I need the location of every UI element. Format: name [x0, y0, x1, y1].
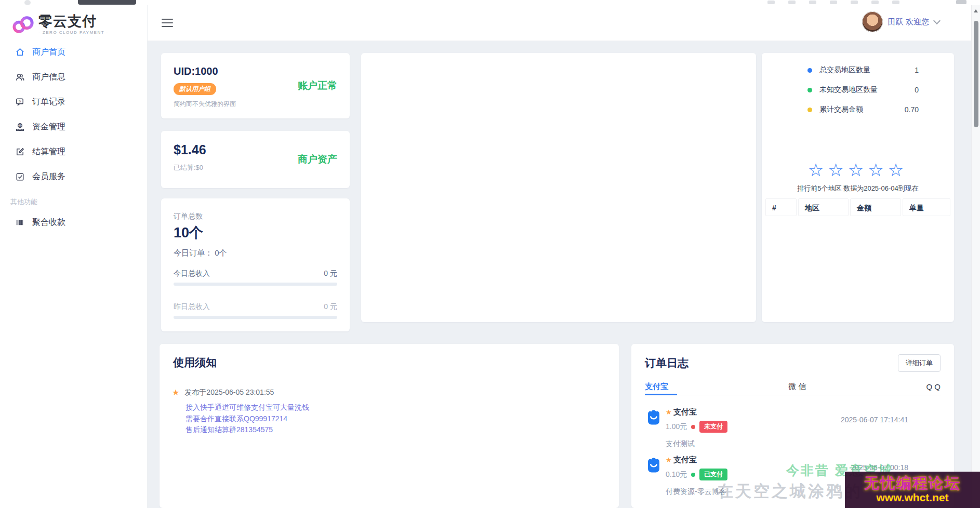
yellow-dot-icon	[807, 108, 812, 112]
notice-title: 使用须知	[173, 355, 217, 370]
order-channel-label: 支付宝	[673, 407, 697, 417]
funds-icon: $	[15, 122, 25, 132]
browser-fragment-icon	[851, 1, 858, 4]
today-income-label: 今日总收入	[174, 269, 210, 278]
settlement-icon	[15, 146, 25, 157]
order-log-tabs: 支付宝 微 信 Q Q	[645, 378, 941, 395]
notice-meta: ★ 发布于2025-06-05 23:01:55	[172, 387, 274, 397]
usage-notice-card: 使用须知 ★ 发布于2025-06-05 23:01:55 接入快手通道可维修支…	[160, 344, 619, 508]
app-screen: 零云支付 - ZERO CLOUD PAYMENT - 商户首页 商户信息 $	[0, 0, 980, 508]
stat-value: 0.70	[896, 105, 919, 114]
today-income-value: 0 元	[324, 269, 337, 278]
account-status: 账户正常	[298, 79, 337, 92]
browser-fragment-icon	[871, 1, 879, 4]
stat-row: 累计交易金额 0.70	[807, 104, 919, 115]
order-desc: 支付测试	[666, 439, 941, 449]
users-icon	[15, 72, 25, 82]
scroll-up-arrow-icon[interactable]	[974, 9, 978, 12]
blue-dot-icon	[807, 68, 812, 73]
scrollbar[interactable]	[971, 5, 980, 508]
asset-amount: $1.46	[174, 142, 206, 157]
stat-label: 总交易地区数量	[819, 65, 896, 75]
app-logo: 零云支付 - ZERO CLOUD PAYMENT -	[0, 5, 147, 35]
notice-published: 发布于2025-06-05 23:01:55	[184, 388, 274, 397]
tab-alipay[interactable]: 支付宝	[645, 382, 668, 392]
yesterday-income-value: 0 元	[324, 302, 337, 312]
today-orders-value: 0个	[215, 248, 227, 257]
order-status-badge: 已支付	[699, 469, 727, 480]
sidebar-item-funds[interactable]: $ 资金管理	[0, 114, 147, 139]
table-header-cell: 地区	[798, 198, 849, 216]
settled-amount: 已结算:$0	[174, 163, 203, 172]
region-table-header: # 地区 金额 单量	[765, 198, 950, 216]
sidebar-item-merchant-home[interactable]: 商户首页	[0, 39, 147, 64]
avatar	[862, 11, 883, 32]
sidebar-item-label: 会员服务	[32, 171, 65, 182]
app-title: 零云支付	[38, 14, 109, 30]
sidebar-menu: 商户首页 商户信息 $ 订单记录 $ 资金管理	[0, 39, 147, 189]
user-group-badge: 默认用户组	[174, 83, 216, 95]
browser-chrome-strip	[0, 0, 980, 5]
star-icon: ★	[666, 456, 672, 464]
account-card: UID:1000 默认用户组 简约而不失优雅的界面 账户正常	[161, 53, 350, 118]
region-stat-list: 总交易地区数量 1 未知交易地区数量 0 累计交易金额 0.70	[807, 64, 919, 124]
order-desc: 付费资源-零云博客	[666, 487, 941, 497]
order-log-header: 订单日志 详细订单	[645, 354, 941, 372]
order-row: ★ 支付宝 0.10元 已支付 2025-06-07 00:18 付费资源-零云…	[645, 455, 941, 494]
table-header-cell: 金额	[850, 198, 901, 216]
user-menu[interactable]: 田跃 欢迎您	[862, 11, 939, 32]
order-log-title: 订单日志	[645, 356, 688, 370]
orders-total-label: 订单总数	[174, 212, 203, 221]
logo-cloud-icon	[11, 14, 35, 35]
member-service-icon	[15, 171, 25, 182]
browser-fragment-icon	[767, 1, 775, 4]
order-log-card: 订单日志 详细订单 支付宝 微 信 Q Q ★ 支付宝 1.00元	[631, 344, 954, 508]
red-dot-icon	[691, 425, 695, 429]
menu-toggle-button[interactable]	[162, 19, 173, 27]
tab-wechat[interactable]: 微 信	[788, 382, 806, 392]
table-header-cell: #	[765, 198, 797, 216]
detail-orders-button[interactable]: 详细订单	[898, 354, 941, 372]
main-content: UID:1000 默认用户组 简约而不失优雅的界面 账户正常 $1.46 已结算…	[147, 41, 980, 508]
account-desc: 简约而不失优雅的界面	[174, 100, 236, 109]
map-panel	[361, 53, 756, 322]
green-dot-icon	[807, 88, 812, 92]
sidebar-item-label: 结算管理	[32, 146, 65, 157]
sidebar-item-order-records[interactable]: $ 订单记录	[0, 89, 147, 114]
notice-line: 接入快手通道可维修支付宝可大量洗钱	[186, 402, 309, 413]
sidebar-item-merchant-info[interactable]: 商户信息	[0, 64, 147, 89]
today-income-bar	[174, 283, 337, 286]
sidebar-item-label: 资金管理	[32, 122, 65, 132]
app-subtitle: - ZERO CLOUD PAYMENT -	[38, 30, 109, 35]
sidebar-item-member-service[interactable]: 会员服务	[0, 164, 147, 189]
sidebar-item-label: 商户首页	[32, 47, 65, 58]
barcode-icon	[15, 217, 25, 228]
stat-value: 0	[896, 86, 919, 94]
top-header: 田跃 欢迎您	[147, 5, 980, 41]
sidebar-section-label: 其他功能	[10, 197, 147, 207]
order-row: ★ 支付宝 1.00元 未支付 2025-06-07 17:14:41 支付测试	[645, 407, 941, 447]
uid-text: UID:1000	[174, 65, 218, 77]
assets-card: $1.46 已结算:$0 商户资产	[161, 131, 350, 188]
sidebar-item-settlement[interactable]: 结算管理	[0, 139, 147, 164]
rating-stars-icon: ☆☆☆☆☆	[762, 161, 954, 179]
stat-row: 总交易地区数量 1	[807, 64, 919, 76]
scrollbar-thumb[interactable]	[974, 21, 978, 127]
orders-total-value: 10个	[174, 223, 203, 242]
stat-label: 未知交易地区数量	[819, 85, 896, 95]
sidebar-item-label: 聚合收款	[32, 217, 65, 228]
order-channel-label: 支付宝	[673, 455, 697, 465]
notice-line: 售后通知结算群281354575	[186, 424, 309, 436]
browser-fragment-icon	[788, 1, 796, 4]
browser-fragment-icon	[956, 0, 966, 4]
order-time: 2025-06-07 17:14:41	[841, 416, 908, 424]
order-amount: 0.10元	[666, 470, 687, 479]
tab-qq[interactable]: Q Q	[926, 382, 941, 391]
notice-lines: 接入快手通道可维修支付宝可大量洗钱 需要合作直接联系QQ99917214 售后通…	[186, 402, 309, 436]
sidebar-item-aggregate-payment[interactable]: 聚合收款	[0, 210, 147, 235]
browser-fragment-icon	[24, 0, 31, 5]
star-icon: ★	[172, 387, 179, 397]
home-icon	[15, 47, 25, 57]
sidebar-item-label: 订单记录	[32, 97, 65, 108]
user-greeting: 田跃 欢迎您	[888, 17, 929, 27]
